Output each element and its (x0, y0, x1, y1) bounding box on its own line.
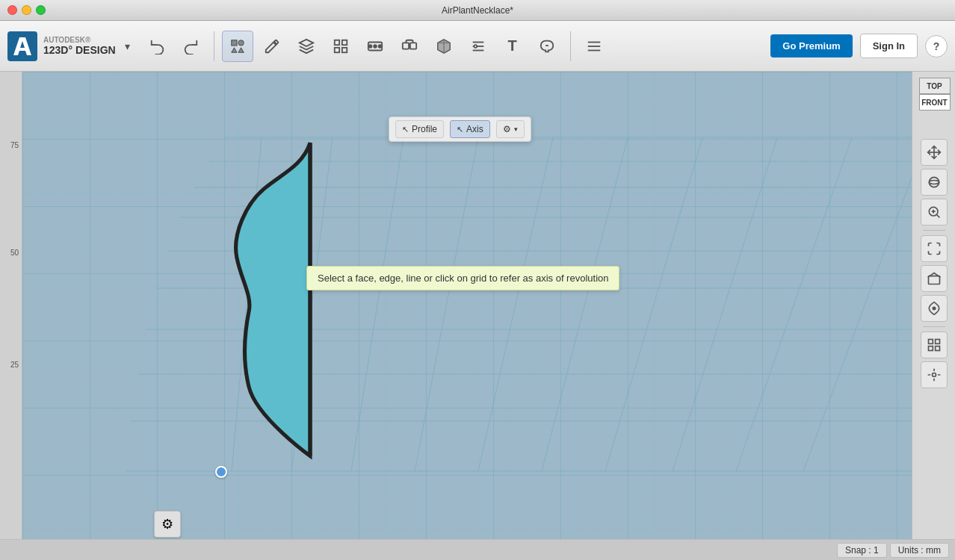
svg-marker-4 (238, 47, 244, 52)
svg-marker-3 (231, 47, 236, 52)
text-button[interactable]: T (497, 31, 528, 62)
svg-rect-14 (410, 43, 416, 49)
ft-dropdown-arrow: ▾ (514, 125, 518, 133)
svg-line-52 (936, 215, 939, 218)
view-top-button[interactable]: TOP (919, 78, 951, 94)
sep-2 (570, 31, 571, 61)
maximize-button[interactable] (36, 5, 46, 15)
tooltip: Select a face, edge, line or click on gr… (306, 266, 619, 290)
svg-rect-57 (928, 340, 933, 344)
svg-point-11 (378, 45, 381, 48)
help-button[interactable]: ? (925, 35, 948, 57)
snap-status: Snap : 1 (837, 543, 887, 558)
fit-view-button[interactable] (921, 235, 948, 262)
svg-rect-1 (231, 40, 236, 45)
rp-sep-1 (923, 230, 945, 231)
profile-button[interactable]: ↖ Profile (395, 120, 444, 138)
svg-point-61 (932, 373, 936, 377)
sketch-button[interactable] (256, 31, 288, 62)
svg-point-56 (933, 307, 935, 309)
autodesk-logo (7, 31, 37, 61)
grid (22, 72, 912, 560)
material-button[interactable] (578, 31, 610, 62)
view-cube: TOP FRONT (915, 78, 953, 130)
redo-button[interactable] (175, 31, 206, 62)
window-controls (7, 5, 46, 15)
close-button[interactable] (7, 5, 17, 15)
ruler-mark-50: 50 (10, 248, 19, 256)
logo-text: AUTODESK® 123D° DESIGN (43, 36, 116, 56)
gear-icon: ⚙ (161, 516, 173, 532)
cursor-icon: ↖ (402, 125, 409, 134)
logo-area: AUTODESK® 123D° DESIGN ▾ (7, 31, 130, 61)
ruler-mark-25: 25 (10, 361, 19, 369)
primitives-button[interactable] (222, 31, 253, 62)
canvas-area[interactable]: ↖ Profile ↖ Axis ⚙ ▾ Select a face, edge… (22, 72, 912, 560)
logo-dropdown-arrow[interactable]: ▾ (125, 40, 130, 52)
snap-toggle-button[interactable] (921, 361, 948, 388)
svg-point-10 (374, 45, 377, 48)
modify-button[interactable] (463, 31, 494, 62)
grid-toggle-button[interactable] (921, 332, 948, 358)
svg-rect-60 (928, 346, 933, 351)
product-name: 123D° DESIGN (43, 44, 116, 56)
ruler-mark-75: 75 (10, 141, 19, 149)
revolve-settings-button[interactable]: ⚙ (154, 511, 181, 538)
svg-rect-58 (935, 340, 939, 344)
svg-rect-25 (22, 72, 912, 560)
construct-button[interactable] (291, 31, 322, 62)
units-status: Units : mm (890, 543, 949, 558)
floating-toolbar: ↖ Profile ↖ Axis ⚙ ▾ (389, 116, 531, 142)
svg-rect-5 (334, 40, 339, 44)
main-area: 75 50 25 (0, 72, 955, 560)
group-button[interactable] (394, 31, 425, 62)
undo-redo-group (142, 31, 206, 62)
go-premium-button[interactable]: Go Premium (770, 34, 852, 57)
svg-rect-13 (402, 43, 408, 49)
snap-button[interactable] (531, 31, 563, 62)
profile-label: Profile (412, 124, 437, 134)
rp-sep-2 (923, 326, 945, 327)
svg-point-9 (368, 45, 371, 48)
solid-button[interactable] (428, 31, 460, 62)
svg-point-50 (929, 181, 939, 184)
sign-in-button[interactable]: Sign In (860, 34, 918, 58)
titlebar: AirPlantNecklace* (0, 0, 955, 21)
perspective-button[interactable] (921, 295, 948, 322)
undo-button[interactable] (142, 31, 173, 62)
orbit-button[interactable] (921, 169, 948, 196)
minimize-button[interactable] (22, 5, 31, 15)
svg-point-49 (929, 177, 939, 187)
svg-point-18 (474, 45, 477, 48)
ft-settings-button[interactable]: ⚙ ▾ (496, 120, 525, 138)
view-front-button[interactable]: FRONT (919, 94, 951, 111)
home-view-button[interactable] (921, 265, 948, 292)
svg-rect-55 (928, 276, 939, 284)
origin-marker (215, 466, 227, 478)
tooltip-text: Select a face, edge, line or click on gr… (318, 273, 608, 284)
svg-rect-2 (238, 40, 244, 45)
ruler-left: 75 50 25 (0, 72, 22, 560)
right-panel: TOP FRONT (912, 72, 955, 560)
svg-rect-6 (341, 40, 346, 44)
svg-rect-59 (935, 346, 939, 351)
pattern-button[interactable] (359, 31, 391, 62)
svg-rect-8 (334, 47, 339, 52)
transform-button[interactable] (325, 31, 356, 62)
statusbar: Snap : 1 Units : mm (0, 539, 955, 560)
axis-cursor-icon: ↖ (457, 125, 463, 134)
pan-button[interactable] (921, 139, 948, 166)
sep-1 (214, 31, 214, 61)
main-toolbar: AUTODESK® 123D° DESIGN ▾ (0, 21, 955, 72)
brand-name: AUTODESK® (43, 36, 116, 44)
axis-label: Axis (466, 124, 483, 134)
window-title: AirPlantNecklace* (442, 5, 513, 16)
profile-shape (217, 135, 404, 471)
axis-button[interactable]: ↖ Axis (450, 120, 490, 138)
svg-rect-7 (341, 47, 346, 52)
ft-settings-icon: ⚙ (503, 124, 511, 134)
zoom-button[interactable] (921, 199, 948, 225)
